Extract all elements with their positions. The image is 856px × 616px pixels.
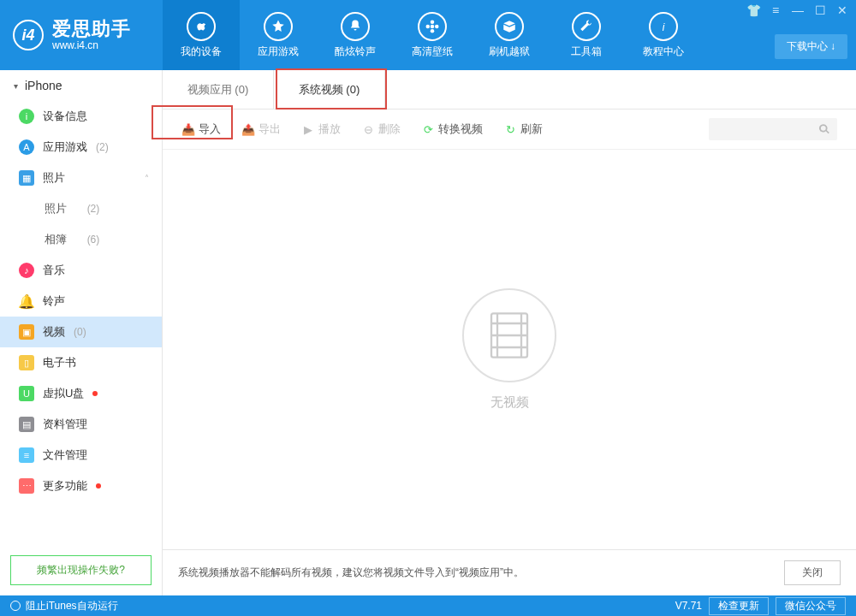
sidebar-ringtones[interactable]: 🔔铃声 bbox=[0, 286, 162, 317]
wrench-icon bbox=[572, 12, 601, 41]
svg-point-3 bbox=[426, 24, 431, 28]
tab-video-apps[interactable]: 视频应用 (0) bbox=[163, 70, 274, 109]
check-update-button[interactable]: 检查更新 bbox=[709, 597, 769, 615]
app-title: 爱思助手 bbox=[52, 19, 131, 39]
apple-icon bbox=[187, 12, 216, 41]
status-bar: 阻止iTunes自动运行 V7.71 检查更新 微信公众号 bbox=[0, 595, 856, 616]
sidebar-photos[interactable]: ▦照片˄ bbox=[0, 163, 162, 193]
hint-text: 系统视频播放器不能解码所有视频，建议您将视频文件导入到“视频应用”中。 bbox=[178, 566, 524, 580]
appstore-icon bbox=[264, 12, 293, 41]
more-icon: ⋯ bbox=[19, 478, 34, 494]
wechat-button[interactable]: 微信公众号 bbox=[776, 597, 846, 615]
import-icon: 📥 bbox=[181, 122, 195, 136]
sidebar-photos-all[interactable]: 照片 (2) bbox=[0, 193, 162, 224]
video-icon: ▣ bbox=[19, 324, 34, 340]
svg-text:i: i bbox=[663, 21, 665, 33]
status-indicator-icon bbox=[10, 601, 21, 611]
convert-button[interactable]: ⟳转换视频 bbox=[421, 121, 483, 137]
info-icon: i bbox=[19, 109, 34, 124]
music-icon: ♪ bbox=[19, 263, 34, 278]
info-icon: i bbox=[649, 12, 678, 41]
empty-text: 无视频 bbox=[490, 394, 529, 411]
appstore-icon: A bbox=[19, 139, 34, 155]
bell-icon: 🔔 bbox=[19, 293, 34, 309]
sidebar-music[interactable]: ♪音乐 bbox=[0, 255, 162, 286]
nav-my-device[interactable]: 我的设备 bbox=[163, 0, 240, 70]
export-button: 📤导出 bbox=[241, 121, 281, 137]
sidebar-udisk[interactable]: U虚拟U盘 bbox=[0, 378, 162, 409]
itunes-block-toggle[interactable]: 阻止iTunes自动运行 bbox=[26, 599, 118, 613]
badge-dot bbox=[96, 483, 101, 489]
export-icon: 📤 bbox=[241, 122, 255, 136]
nav-jailbreak[interactable]: 刷机越狱 bbox=[471, 0, 548, 70]
sidebar-more[interactable]: ⋯更多功能 bbox=[0, 471, 162, 501]
sidebar-files[interactable]: ≡文件管理 bbox=[0, 440, 162, 471]
nav-wallpaper[interactable]: 高清壁纸 bbox=[394, 0, 471, 70]
nav-apps[interactable]: 应用游戏 bbox=[240, 0, 317, 70]
device-selector[interactable]: iPhone bbox=[0, 70, 162, 101]
download-center-button[interactable]: 下载中心 ↓ bbox=[775, 34, 847, 59]
search-icon bbox=[818, 123, 830, 135]
data-icon: ▤ bbox=[19, 417, 34, 432]
import-button[interactable]: 📥导入 bbox=[181, 121, 221, 137]
search-input[interactable] bbox=[709, 118, 837, 140]
toolbar: 📥导入 📤导出 ▶播放 ⊖删除 ⟳转换视频 ↻刷新 bbox=[163, 110, 856, 150]
bell-icon bbox=[341, 12, 370, 41]
maximize-icon[interactable]: ☐ bbox=[813, 3, 827, 17]
menu-icon[interactable]: ≡ bbox=[769, 3, 782, 17]
refresh-button[interactable]: ↻刷新 bbox=[503, 121, 543, 137]
tabs: 视频应用 (0) 系统视频 (0) bbox=[163, 70, 856, 110]
badge-dot bbox=[92, 391, 98, 396]
content-area: 视频应用 (0) 系统视频 (0) 📥导入 📤导出 ▶播放 ⊖删除 ⟳转换视频 … bbox=[163, 70, 856, 595]
play-button: ▶播放 bbox=[301, 121, 341, 137]
sidebar-device-info[interactable]: i设备信息 bbox=[0, 101, 162, 132]
window-controls: 👕 ≡ — ☐ ✕ bbox=[746, 3, 849, 17]
refresh-icon: ↻ bbox=[503, 122, 517, 136]
udisk-icon: U bbox=[19, 386, 34, 401]
minimize-icon[interactable]: — bbox=[791, 3, 805, 17]
sidebar-apps[interactable]: A应用游戏(2) bbox=[0, 132, 162, 163]
svg-point-1 bbox=[431, 20, 435, 24]
nav-toolbox[interactable]: 工具箱 bbox=[548, 0, 625, 70]
version-label: V7.71 bbox=[675, 600, 702, 612]
delete-button: ⊖删除 bbox=[361, 121, 401, 137]
app-site: www.i4.cn bbox=[52, 40, 131, 51]
box-icon bbox=[495, 12, 524, 41]
photo-icon: ▦ bbox=[19, 170, 34, 186]
sidebar: iPhone i设备信息 A应用游戏(2) ▦照片˄ 照片 (2) 相簿 (6)… bbox=[0, 70, 163, 595]
sidebar-photos-albums[interactable]: 相簿 (6) bbox=[0, 224, 162, 255]
flower-icon bbox=[418, 12, 447, 41]
book-icon: ▯ bbox=[19, 355, 34, 370]
help-link[interactable]: 频繁出现操作失败? bbox=[10, 555, 152, 585]
delete-icon: ⊖ bbox=[361, 122, 375, 136]
close-hint-button[interactable]: 关闭 bbox=[784, 560, 841, 585]
hint-bar: 系统视频播放器不能解码所有视频，建议您将视频文件导入到“视频应用”中。 关闭 bbox=[163, 549, 856, 595]
empty-state: 无视频 bbox=[163, 150, 856, 549]
nav-ringtones[interactable]: 酷炫铃声 bbox=[317, 0, 394, 70]
svg-point-0 bbox=[431, 24, 435, 28]
close-icon[interactable]: ✕ bbox=[835, 3, 849, 17]
sidebar-ebook[interactable]: ▯电子书 bbox=[0, 347, 162, 378]
files-icon: ≡ bbox=[19, 447, 34, 463]
play-icon: ▶ bbox=[301, 122, 315, 136]
svg-point-4 bbox=[435, 24, 439, 28]
nav-tutorials[interactable]: i 教程中心 bbox=[625, 0, 702, 70]
tab-system-video[interactable]: 系统视频 (0) bbox=[274, 70, 385, 109]
logo-icon: i4 bbox=[13, 20, 44, 50]
app-header: i4 爱思助手 www.i4.cn 我的设备 应用游戏 酷炫铃声 高清壁纸 刷机… bbox=[0, 0, 856, 70]
skin-icon[interactable]: 👕 bbox=[746, 3, 760, 17]
svg-point-2 bbox=[431, 29, 435, 33]
logo: i4 爱思助手 www.i4.cn bbox=[0, 0, 163, 70]
chevron-up-icon: ˄ bbox=[145, 174, 149, 183]
empty-icon bbox=[462, 288, 556, 382]
convert-icon: ⟳ bbox=[421, 122, 435, 136]
sidebar-data[interactable]: ▤资料管理 bbox=[0, 409, 162, 440]
sidebar-video[interactable]: ▣视频(0) bbox=[0, 317, 162, 347]
